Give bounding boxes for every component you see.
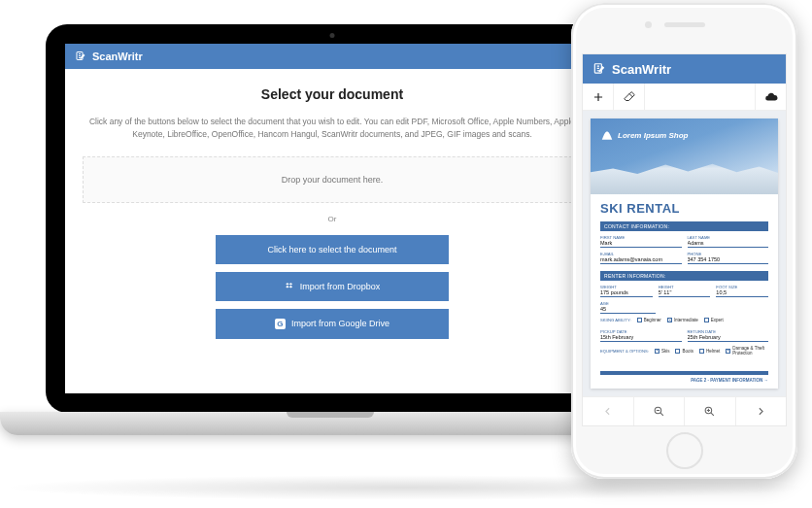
- phone-app-topbar: ScanWritr: [583, 54, 786, 84]
- ability-intermediate: ✕Intermediate: [667, 318, 698, 322]
- page-description: Click any of the buttons below to select…: [83, 116, 582, 141]
- scanwritr-logo-icon: [592, 62, 606, 76]
- phone-camera-dot: [645, 21, 652, 28]
- phone-device: ScanWritr Lorem Ipsum Shop: [571, 3, 797, 479]
- equip-skis: ✕Skis: [655, 349, 670, 354]
- phone-value: 347 354 1750: [688, 256, 769, 264]
- add-button[interactable]: [583, 84, 614, 110]
- document-brand: Lorem Ipsum Shop: [600, 128, 688, 142]
- cloud-upload-button[interactable]: [755, 84, 786, 110]
- equip-boots: Boots: [675, 349, 694, 354]
- import-google-drive-button[interactable]: G Import from Google Drive: [216, 309, 449, 339]
- app-topbar: ScanWritr: [65, 44, 599, 69]
- laptop-base: [0, 412, 660, 435]
- document-viewport[interactable]: Lorem Ipsum Shop SKI RENTAL CONTACT INFO…: [583, 111, 786, 396]
- document-page: Lorem Ipsum Shop SKI RENTAL CONTACT INFO…: [591, 119, 778, 389]
- dropzone[interactable]: Drop your document here.: [83, 156, 582, 203]
- section-contact: CONTACT INFORMATION:: [600, 221, 768, 231]
- equip-helmet: Helmet: [699, 349, 720, 354]
- ability-expert: Expert: [704, 318, 724, 322]
- skiing-ability-row: SKIING ABILITY: Beginner ✕Intermediate E…: [600, 318, 768, 322]
- equip-damage: ✕Damage & Theft Protection: [726, 346, 768, 356]
- phone-bottom-nav: [583, 396, 786, 425]
- select-document-button[interactable]: Click here to select the document: [216, 235, 449, 264]
- laptop-camera: [330, 33, 335, 38]
- zoom-out-button[interactable]: [634, 397, 686, 425]
- home-button[interactable]: [666, 432, 703, 469]
- eraser-button[interactable]: [614, 84, 645, 110]
- app-title: ScanWritr: [92, 51, 143, 62]
- email-value: mark.adams@vanaia.com: [600, 256, 682, 264]
- laptop-device: ScanWritr Select your document Click any…: [0, 24, 660, 481]
- document-footer: PAGE 2 - PAYMENT INFORMATION →: [600, 371, 768, 383]
- ability-beginner: Beginner: [637, 318, 661, 322]
- phone-screen: ScanWritr Lorem Ipsum Shop: [582, 53, 787, 426]
- document-title: SKI RENTAL: [600, 201, 768, 216]
- page-title: Select your document: [83, 86, 582, 102]
- equipment-row: EQUIPMENT & OPTIONS: ✕Skis Boots Helmet …: [600, 346, 768, 356]
- google-icon: G: [275, 319, 286, 329]
- laptop-screen: ScanWritr Select your document Click any…: [65, 44, 599, 393]
- last-name-value: Adams: [688, 240, 769, 248]
- prev-page-button[interactable]: [583, 397, 634, 425]
- phone-speaker: [664, 22, 705, 27]
- next-page-button[interactable]: [736, 397, 787, 425]
- zoom-in-button[interactable]: [685, 397, 736, 425]
- section-renter: RENTER INFORMATION:: [600, 271, 768, 281]
- import-dropbox-button[interactable]: Import from Dropbox: [216, 272, 449, 301]
- dropbox-icon: [285, 282, 294, 291]
- or-separator: Or: [83, 215, 582, 223]
- document-hero-image: Lorem Ipsum Shop: [591, 119, 778, 194]
- first-name-value: Mark: [600, 240, 682, 248]
- scanwritr-logo-icon: [75, 51, 86, 62]
- dropzone-text: Drop your document here.: [282, 175, 384, 185]
- phone-app-title: ScanWritr: [612, 62, 671, 77]
- phone-toolbar: [583, 84, 786, 111]
